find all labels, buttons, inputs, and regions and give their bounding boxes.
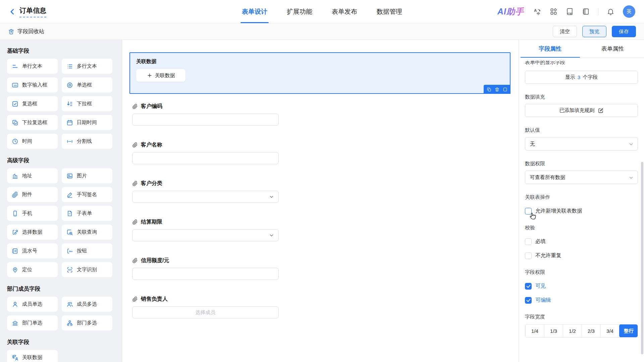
data-fill-label: 数据填充 [525,94,638,100]
translate-icon[interactable]: A中 [534,8,541,15]
sidebar-field-item[interactable]: Btn 按钮 [62,243,112,258]
sidebar-field-item[interactable]: 流水号 [7,243,58,258]
sidebar-field-item[interactable]: 下拉复选框 [7,115,58,130]
sidebar-field-item[interactable]: 关联数据 [7,350,58,362]
field-title: 关联数据 [136,58,504,65]
sidebar-field-item[interactable]: 附件 [7,187,58,202]
subform-icon [66,210,73,217]
form-title[interactable]: 订单信息 [19,6,46,17]
sidebar-field-item[interactable]: 图片 [62,168,112,183]
select-data-icon [12,229,18,236]
panel-scrollbar[interactable] [641,162,643,354]
sidebar-field-item[interactable]: 分割线 [62,134,112,149]
data-permission-select[interactable]: 可查看所有数据 [525,171,638,184]
designer-toolbar: 字段回收站 清空 预览 保存 [0,23,644,40]
field-control[interactable] [132,152,279,164]
sidebar-field-item[interactable]: 时间 [7,134,58,149]
back-icon[interactable] [9,8,16,15]
app-header: 订单信息 表单设计 扩展功能 表单发布 数据管理 AI助手 A中 英 [0,0,644,23]
sidebar-field-item[interactable]: 复选框 [7,96,58,111]
field-control[interactable] [132,268,279,280]
width-option[interactable]: 1/2 [563,324,582,337]
sidebar-field-item[interactable]: 单行文本 [7,59,58,74]
delete-icon[interactable] [495,87,499,92]
square-icon[interactable] [503,87,507,92]
sidebar-field-item[interactable]: 下拉框 [62,96,112,111]
sidebar-field-item[interactable]: 定位 [7,262,58,277]
display-fields-button[interactable]: 显示 3 个字段 [525,71,638,84]
no-duplicate-checkbox[interactable] [525,252,532,259]
header-divider [598,8,598,15]
address-icon [12,173,18,179]
location-icon [12,266,18,273]
panel-tab[interactable]: 表单属性 [582,40,644,57]
form-field[interactable]: 销售负责人 选择成员 [132,295,511,318]
member-multi-icon [66,301,73,308]
sidebar-field-item[interactable]: 手写签名 [62,187,112,202]
visible-checkbox[interactable] [525,283,532,290]
nav-tab[interactable]: 扩展功能 [287,0,312,23]
field-control[interactable] [132,114,279,126]
add-related-data-button[interactable]: 关联数据 [136,69,185,82]
sidebar-field-item[interactable]: 123 数字输入框 [7,77,58,93]
member-single-icon [12,301,18,308]
sidebar-field-item[interactable]: 单选框 [62,77,112,93]
sidebar-field-item[interactable]: 成员多选 [62,297,112,312]
nav-tab[interactable]: 数据管理 [377,0,402,23]
section-title-relation: 关联字段 [7,339,112,346]
clear-button[interactable]: 清空 [553,26,577,37]
nav-tab[interactable]: 表单设计 [242,0,267,23]
allow-add-relation-checkbox[interactable] [525,208,532,215]
form-field[interactable]: 客户分类 [132,180,511,203]
preview-button[interactable]: 预览 [582,26,606,37]
field-control[interactable] [132,191,279,203]
button-btn-icon: Btn [66,248,73,254]
fill-rule-button[interactable]: 已添加填充规则 [525,104,638,117]
sidebar-field-item[interactable]: 成员单选 [7,297,58,312]
sidebar-field-item[interactable]: 关联查询 [62,225,112,240]
avatar[interactable]: 英 [623,5,635,18]
sidebar-field-item[interactable]: 子表单 [62,206,112,221]
copy-icon[interactable] [487,87,491,92]
form-field[interactable]: 信用额度/元 [132,257,511,280]
allow-add-relation-row: 允许新增关联表数据 [525,207,638,215]
ai-assistant-logo[interactable]: AI助手 [497,6,525,17]
sidebar-field-item[interactable]: 选择数据 [7,225,58,240]
sidebar-field-item[interactable]: 地址 [7,168,58,183]
book-icon[interactable] [566,8,574,15]
width-option[interactable]: 1/3 [544,324,563,337]
save-button[interactable]: 保存 [612,26,636,37]
form-field[interactable]: 客户名称 [132,141,511,164]
sidebar-field-item[interactable]: 日期时间 [62,115,112,130]
sidebar-field-item[interactable]: 手机 [7,206,58,221]
notebook-icon[interactable] [582,8,590,15]
sidebar-field-item[interactable]: 部门单选 [7,315,58,330]
width-option[interactable]: 整行 [619,324,638,338]
sidebar-field-item[interactable]: 多行文本 [62,59,112,74]
form-field[interactable]: 客户编码 [132,103,511,126]
nav-tab[interactable]: 表单发布 [332,0,357,23]
field-control[interactable] [132,229,279,241]
selected-related-data-field[interactable]: 关联数据 关联数据 [129,52,511,94]
field-control[interactable]: 选择成员 [132,306,279,318]
field-recycle-bin[interactable]: 字段回收站 [8,28,44,35]
paperclip-icon [132,104,138,109]
default-value-select[interactable]: 无 [525,137,638,150]
editable-checkbox[interactable] [525,297,532,304]
plus-icon [147,73,152,78]
sidebar-field-item[interactable]: 部门多选 [62,315,112,330]
sidebar-field-item[interactable]: OCR 文字识别 [62,262,112,277]
form-field[interactable]: 结算期限 [132,218,511,241]
width-option[interactable]: 1/4 [525,324,544,337]
divider-icon [66,138,73,145]
apps-grid-icon[interactable] [550,8,557,15]
section-title-advanced: 高级字段 [7,157,112,164]
bell-icon[interactable] [607,8,614,15]
required-row: 必填 [525,238,638,245]
panel-tab[interactable]: 字段属性 [519,40,582,57]
field-action-bar [484,85,511,94]
width-option[interactable]: 2/3 [582,324,600,337]
chevron-down-icon [269,194,274,199]
width-option[interactable]: 3/4 [600,324,619,337]
required-checkbox[interactable] [525,238,532,245]
